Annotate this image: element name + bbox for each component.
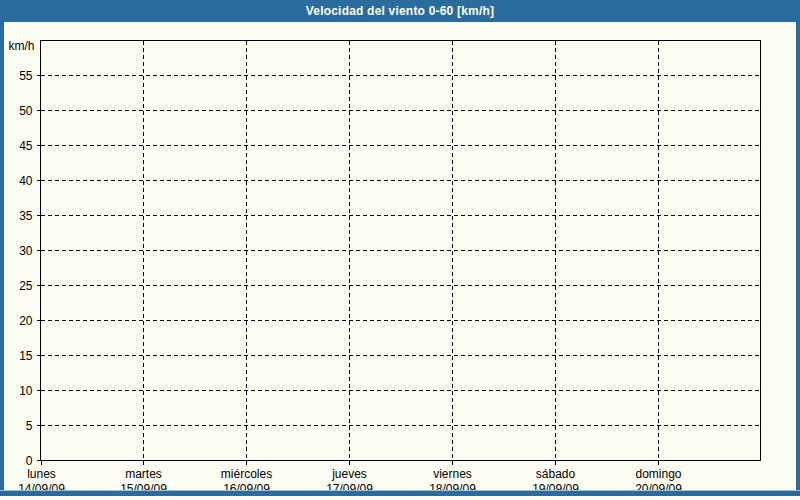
y-tick-label: 35 — [19, 209, 33, 223]
wind-speed-chart: 0510152025303540455055km/hlunes14/09/09m… — [0, 0, 800, 500]
x-day-label: lunes — [27, 467, 56, 481]
chart-window: Velocidad del viento 0-60 [km/h] 0510152… — [0, 0, 800, 500]
x-day-label: sábado — [536, 467, 576, 481]
window-border-right — [796, 0, 800, 496]
window-border-left — [0, 0, 4, 496]
x-day-label: miércoles — [221, 467, 272, 481]
y-tick-label: 40 — [19, 174, 33, 188]
y-tick-label: 15 — [19, 349, 33, 363]
x-day-label: viernes — [433, 467, 472, 481]
y-tick-label: 25 — [19, 279, 33, 293]
x-day-label: martes — [125, 467, 162, 481]
y-axis-unit-label: km/h — [8, 39, 34, 53]
y-tick-label: 5 — [26, 419, 33, 433]
y-tick-label: 30 — [19, 244, 33, 258]
y-tick-label: 55 — [19, 69, 33, 83]
window-border-bottom — [0, 490, 800, 496]
y-tick-label: 10 — [19, 384, 33, 398]
y-tick-label: 50 — [19, 104, 33, 118]
y-tick-label: 20 — [19, 314, 33, 328]
y-tick-label: 0 — [26, 454, 33, 468]
y-tick-label: 45 — [19, 139, 33, 153]
x-day-label: jueves — [331, 467, 367, 481]
x-day-label: domingo — [635, 467, 681, 481]
